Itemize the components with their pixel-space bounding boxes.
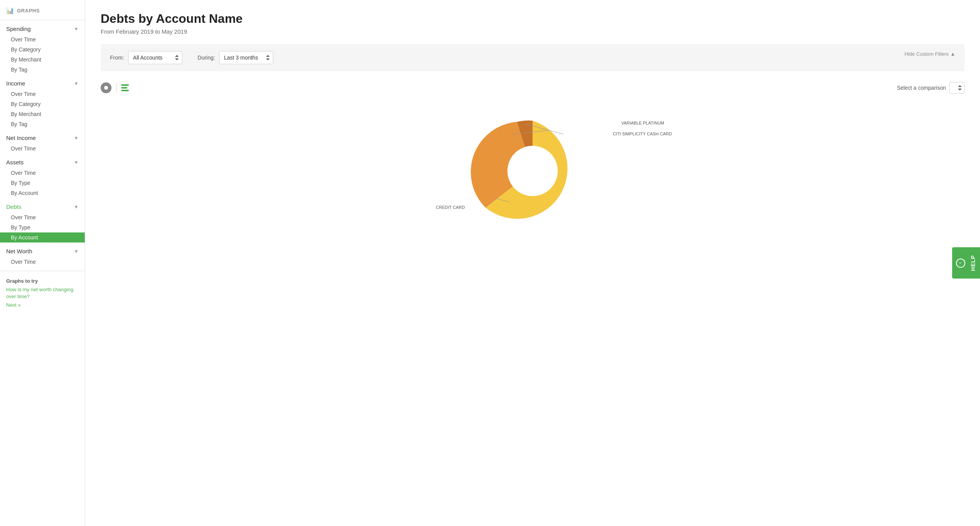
graphs-icon: 📊 [6,7,14,14]
help-label: HELP [970,255,976,271]
sidebar-item-spending-by-tag[interactable]: By Tag [0,65,85,75]
sidebar-item-spending-by-category[interactable]: By Category [0,44,85,55]
citi-label: CITI SIMPLICITY CASH CARD [613,132,672,136]
sidebar-item-assets-by-type[interactable]: By Type [0,178,85,188]
next-link[interactable]: Next » [6,302,79,309]
chevron-up-icon: ▲ [950,51,955,57]
chevron-down-icon: ▼ [74,249,79,254]
sidebar: 📊 GRAPHS Spending ▼ Over Time By Categor… [0,0,85,526]
sidebar-item-income-by-category[interactable]: By Category [0,99,85,109]
graphs-to-try-title: Graphs to try [6,278,79,284]
credit-card-label: CREDIT CARD [436,205,465,210]
during-label: During: [198,55,215,61]
net-worth-header[interactable]: Net Worth ▼ [0,244,85,257]
pie-view-icon [104,86,108,90]
comparison-select[interactable] [949,82,965,94]
graphs-to-try: Graphs to try How is my net worth changi… [0,275,85,314]
chevron-down-icon: ▼ [74,204,79,210]
divider [0,271,85,271]
sidebar-item-net-worth-over-time[interactable]: Over Time [0,257,85,267]
page-title: Debts by Account Name [101,12,965,26]
sidebar-title: GRAPHS [17,8,40,14]
variable-platinum-label: VARIABLE PLATINUM [621,121,664,125]
sidebar-section-net-income: Net Income ▼ Over Time [0,131,85,154]
chart-toolbar: Select a comparison [101,82,965,94]
debts-title: Debts [6,203,21,210]
help-arrow-icon: › [956,258,965,268]
hide-filters-label: Hide Custom Filters [905,51,949,57]
sidebar-section-debts: Debts ▼ Over Time By Type By Account [0,200,85,243]
toolbar-divider [116,83,117,92]
net-income-title: Net Income [6,135,36,141]
income-header[interactable]: Income ▼ [0,76,85,89]
income-title: Income [6,80,25,87]
during-filter-group: During: Last 3 months Last 6 months Last… [198,51,273,64]
sidebar-section-spending: Spending ▼ Over Time By Category By Merc… [0,22,85,75]
from-select[interactable]: All Accounts [128,51,182,64]
chevron-down-icon: ▼ [74,160,79,165]
from-filter-group: From: All Accounts [110,51,182,64]
chart-toolbar-left [101,82,129,93]
hide-filters-button[interactable]: Hide Custom Filters ▲ [905,51,955,57]
sidebar-item-spending-over-time[interactable]: Over Time [0,34,85,44]
comparison-label: Select a comparison [897,85,946,91]
sidebar-item-income-by-merchant[interactable]: By Merchant [0,109,85,119]
spending-title: Spending [6,26,31,32]
donut-hole [507,146,558,196]
sidebar-item-debts-by-type[interactable]: By Type [0,222,85,232]
main-content: Debts by Account Name From February 2019… [85,0,980,526]
from-label: From: [110,55,124,61]
bar-icon-line1 [121,84,129,86]
during-select[interactable]: Last 3 months Last 6 months Last year Th… [219,51,273,64]
page-subtitle: From February 2019 to May 2019 [101,28,965,35]
donut-svg [471,109,595,233]
graphs-to-try-link[interactable]: How is my net worth changing over time? [6,286,79,300]
donut-chart: VARIABLE PLATINUM CITI SIMPLICITY CASH C… [471,109,595,233]
sidebar-header: 📊 GRAPHS [0,0,85,20]
net-worth-title: Net Worth [6,248,32,254]
sidebar-item-net-income-over-time[interactable]: Over Time [0,143,85,154]
chart-container: VARIABLE PLATINUM CITI SIMPLICITY CASH C… [101,101,965,248]
help-tab[interactable]: HELP › [952,247,980,278]
debts-header[interactable]: Debts ▼ [0,200,85,212]
chevron-down-icon: ▼ [74,81,79,86]
sidebar-item-income-by-tag[interactable]: By Tag [0,119,85,129]
chevron-down-icon: ▼ [74,135,79,141]
bar-icon-line3 [121,90,129,91]
sidebar-section-income: Income ▼ Over Time By Category By Mercha… [0,76,85,129]
filter-bar: From: All Accounts During: Last 3 months… [101,44,965,71]
bar-icon-line2 [121,87,127,89]
sidebar-item-debts-by-account[interactable]: By Account [0,232,85,243]
chevron-down-icon: ▼ [74,26,79,32]
sidebar-section-assets: Assets ▼ Over Time By Type By Account [0,155,85,198]
assets-header[interactable]: Assets ▼ [0,155,85,168]
pie-view-button[interactable] [101,82,111,93]
bar-view-button[interactable] [121,84,129,91]
sidebar-item-assets-by-account[interactable]: By Account [0,188,85,198]
comparison-wrapper: Select a comparison [897,82,965,94]
sidebar-item-debts-over-time[interactable]: Over Time [0,212,85,222]
spending-header[interactable]: Spending ▼ [0,22,85,34]
sidebar-item-income-over-time[interactable]: Over Time [0,89,85,99]
sidebar-item-assets-over-time[interactable]: Over Time [0,168,85,178]
assets-title: Assets [6,159,24,166]
net-income-header[interactable]: Net Income ▼ [0,131,85,143]
sidebar-item-spending-by-merchant[interactable]: By Merchant [0,55,85,65]
sidebar-section-net-worth: Net Worth ▼ Over Time [0,244,85,267]
